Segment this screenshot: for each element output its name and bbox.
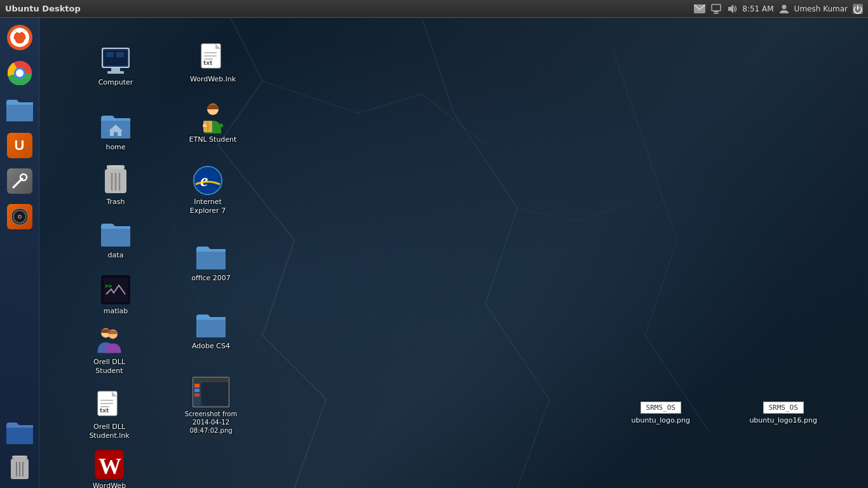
trash-desktop-icon[interactable]: Trash <box>87 163 144 209</box>
email-icon[interactable] <box>694 4 705 13</box>
home-graphic <box>101 113 130 139</box>
srms-subtext-2: ubuntu_logo16.png <box>749 416 817 424</box>
sidebar-item-tools[interactable] <box>3 165 36 198</box>
desktop: Ubuntu Desktop <box>0 0 868 488</box>
cd-icon <box>7 204 32 229</box>
adobe-cs4-folder-graphic <box>196 312 226 337</box>
svg-rect-71 <box>194 393 200 396</box>
volume-icon[interactable] <box>727 4 737 14</box>
unity-icon: U <box>7 133 32 158</box>
srms-badge-1: SRMS_OS ubuntu_logo.png <box>632 402 690 424</box>
username: Umesh Kumar <box>794 4 848 13</box>
adobe-cs4-icon[interactable]: Adobe CS4 <box>182 307 240 353</box>
svg-rect-69 <box>194 384 200 388</box>
power-icon[interactable] <box>853 4 863 14</box>
svg-point-10 <box>13 30 27 44</box>
svg-point-18 <box>20 174 27 180</box>
svg-point-23 <box>18 216 20 218</box>
taskbar-title: Ubuntu Desktop <box>5 4 81 13</box>
files-icon <box>6 98 33 121</box>
svg-text:>>: >> <box>105 283 112 289</box>
svg-text:txt: txt <box>203 60 213 66</box>
ubuntu-logo-icon <box>7 25 32 50</box>
folder-bottom-icon <box>6 421 33 444</box>
screenshot-label: Screenshot from 2014-04-12 08:47:02.png <box>183 410 239 435</box>
desktop-icons-area: Computer txt WordWeb.lnk <box>39 18 868 488</box>
orell-dll-people-graphic <box>94 326 125 355</box>
adobe-cs4-label: Adobe CS4 <box>192 342 230 351</box>
computer-graphic <box>101 47 130 75</box>
data-folder-label: data <box>108 251 124 260</box>
sidebar-item-trash-bottom[interactable] <box>3 452 36 485</box>
tools-icon <box>7 168 32 194</box>
screenshot-graphic <box>193 377 229 407</box>
sidebar-item-chromium[interactable] <box>3 57 36 90</box>
svg-point-12 <box>11 39 15 44</box>
orell-dll-lnk-label: Orell DLL Student.lnk <box>83 423 135 441</box>
home-icon[interactable]: home <box>87 108 144 154</box>
home-label: home <box>105 143 125 152</box>
svg-point-11 <box>17 28 22 32</box>
data-folder-icon[interactable]: data <box>87 216 144 262</box>
wordweb-lnk-graphic: txt <box>200 43 226 73</box>
office2007-folder-icon[interactable]: office 2007 <box>182 239 240 285</box>
chromium-icon <box>8 61 32 85</box>
taskbar-left: Ubuntu Desktop <box>5 4 81 13</box>
svg-text:e: e <box>200 170 208 190</box>
svg-rect-25 <box>15 456 25 457</box>
sidebar-item-folder-bottom[interactable] <box>3 416 36 449</box>
trash-desktop-graphic <box>104 165 128 196</box>
sidebar-item-files[interactable] <box>3 93 36 126</box>
orell-dll-student-icon[interactable]: Orell DLL Student <box>81 323 138 379</box>
wordweb-app-label: WordWeb <box>93 482 126 488</box>
wordweb-app-graphic: W <box>95 450 124 479</box>
svg-point-6 <box>782 4 786 9</box>
orell-dll-student-label: Orell DLL Student <box>83 358 135 376</box>
matlab-graphic: >> <box>101 275 130 304</box>
office2007-label: office 2007 <box>191 274 231 283</box>
data-folder-graphic <box>101 221 130 247</box>
svg-line-19 <box>14 180 20 187</box>
etnl-student-graphic <box>198 103 227 133</box>
taskbar: Ubuntu Desktop <box>0 0 868 18</box>
svg-text:W: W <box>98 454 121 479</box>
orell-dll-lnk-graphic: txt <box>97 390 122 421</box>
trash-desktop-label: Trash <box>106 198 125 207</box>
svg-rect-66 <box>193 377 229 382</box>
sidebar-item-unity[interactable]: U <box>3 129 36 162</box>
wordweb-lnk-label: WordWeb.lnk <box>190 75 236 84</box>
svg-rect-34 <box>107 71 124 74</box>
srms-label-1: SRMS_OS <box>641 402 681 414</box>
svg-rect-1 <box>712 4 721 11</box>
ie-icon[interactable]: e Internet Explorer 7 <box>179 163 236 219</box>
ie-graphic: e <box>193 165 223 196</box>
user-icon <box>779 4 789 14</box>
svg-point-13 <box>24 39 28 44</box>
svg-point-9 <box>8 26 31 49</box>
sidebar-item-ubuntu[interactable] <box>3 21 36 54</box>
network-icon[interactable] <box>710 4 722 14</box>
svg-rect-2 <box>714 11 719 12</box>
trash-icon <box>10 456 30 481</box>
sidebar: U <box>0 18 39 488</box>
computer-label: Computer <box>98 78 133 87</box>
office2007-folder-graphic <box>196 244 226 269</box>
etnl-student-icon[interactable]: ETNL Student <box>184 100 241 147</box>
srms-label-2: SRMS_OS <box>763 402 804 414</box>
wordweb-app-icon[interactable]: W WordWeb <box>81 447 138 488</box>
sidebar-item-cd[interactable] <box>3 200 36 233</box>
matlab-icon[interactable]: >> matlab <box>87 272 144 318</box>
wordweb-lnk-icon[interactable]: txt WordWeb.lnk <box>184 40 241 86</box>
svg-rect-37 <box>116 52 124 57</box>
ie-label: Internet Explorer 7 <box>182 198 234 216</box>
svg-text:txt: txt <box>100 407 109 414</box>
screenshot-icon[interactable]: Screenshot from 2014-04-12 08:47:02.png <box>176 374 246 437</box>
taskbar-right: 8:51 AM Umesh Kumar <box>694 4 863 14</box>
svg-rect-36 <box>106 52 114 57</box>
srms-subtext-1: ubuntu_logo.png <box>632 416 690 424</box>
svg-point-16 <box>16 69 24 77</box>
svg-rect-70 <box>194 389 200 392</box>
computer-icon[interactable]: Computer <box>87 43 144 90</box>
orell-dll-lnk-icon[interactable]: txt Orell DLL Student.lnk <box>81 388 138 444</box>
srms-badge-2: SRMS_OS ubuntu_logo16.png <box>749 402 817 424</box>
